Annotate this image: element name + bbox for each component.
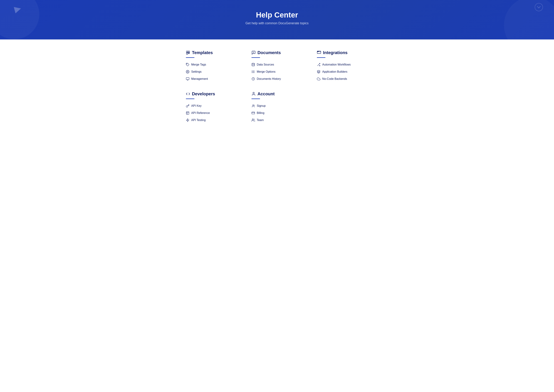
svg-point-17 (252, 72, 252, 72)
person-icon (252, 92, 256, 96)
hero-subtitle: Get help with common DocuGenerate topics (245, 21, 309, 25)
category-documents-divider (252, 57, 260, 58)
svg-rect-35 (252, 112, 255, 114)
category-developers: Developers API Key API Reference (186, 91, 237, 122)
svg-rect-7 (186, 78, 189, 80)
svg-line-25 (319, 65, 320, 66)
item-merge-options[interactable]: Merge Options (252, 70, 303, 74)
settings-icon (186, 70, 189, 74)
category-integrations-header: Integrations (317, 50, 368, 55)
shuffle-icon (317, 63, 320, 66)
svg-point-5 (187, 64, 187, 64)
svg-point-6 (187, 71, 188, 72)
tag-icon (186, 63, 189, 66)
svg-point-0 (535, 3, 543, 11)
category-documents: Documents Data Sources (252, 50, 303, 81)
billing-icon (252, 111, 255, 115)
integrations-icon (317, 50, 321, 55)
category-templates-items: Merge Tags Settings Management (186, 63, 237, 81)
category-documents-items: Data Sources Merge Options (252, 63, 303, 81)
svg-rect-3 (186, 53, 188, 54)
hero-decoration-right (534, 3, 543, 13)
hero-section: ▶ Help Center Get help with common DocuG… (0, 0, 554, 39)
category-account-items: Signup Billing Team (252, 104, 303, 122)
category-empty (317, 91, 368, 122)
clock-icon (252, 77, 255, 81)
item-api-testing[interactable]: API Testing (186, 118, 237, 122)
hero-decoration-left: ▶ (13, 3, 22, 14)
svg-point-31 (253, 92, 254, 94)
category-account-divider (252, 98, 260, 99)
code-icon (186, 92, 190, 96)
category-integrations: Integrations Automation Workflows (317, 50, 368, 81)
svg-point-23 (318, 51, 319, 52)
database-icon (252, 63, 255, 66)
layers-icon (317, 70, 320, 74)
item-merge-tags[interactable]: Merge Tags (186, 63, 237, 66)
svg-marker-26 (317, 70, 320, 72)
signup-icon (252, 104, 255, 108)
svg-point-22 (318, 51, 318, 52)
management-icon (186, 77, 189, 81)
category-account-header: Account (252, 91, 303, 96)
category-integrations-items: Automation Workflows Application Builder… (317, 63, 368, 81)
category-documents-header: Documents (252, 50, 303, 55)
templates-icon (186, 50, 190, 55)
category-templates-divider (186, 57, 194, 58)
category-developers-title: Developers (192, 91, 215, 96)
top-categories: Templates Merge Tags Settings (186, 50, 368, 81)
svg-rect-27 (186, 112, 189, 114)
item-application-builders[interactable]: Application Builders (317, 70, 368, 74)
cloud-icon (317, 77, 320, 81)
category-developers-items: API Key API Reference API Testing (186, 104, 237, 122)
category-account-title: Account (258, 91, 275, 96)
item-settings[interactable]: Settings (186, 70, 237, 74)
bottom-categories: Developers API Key API Reference (186, 91, 368, 122)
svg-rect-1 (186, 51, 188, 52)
item-documents-history[interactable]: Documents History (252, 77, 303, 81)
item-management[interactable]: Management (186, 77, 237, 81)
key-icon (186, 104, 189, 108)
item-automation-workflows[interactable]: Automation Workflows (317, 63, 368, 66)
category-documents-title: Documents (258, 50, 281, 55)
svg-point-16 (252, 71, 252, 71)
category-templates-title: Templates (192, 50, 213, 55)
api-reference-icon (186, 111, 189, 115)
category-integrations-divider (317, 57, 325, 58)
svg-point-32 (252, 105, 254, 106)
category-integrations-title: Integrations (323, 50, 347, 55)
category-developers-divider (186, 98, 194, 99)
category-developers-header: Developers (186, 91, 237, 96)
documents-icon (252, 50, 256, 55)
svg-rect-4 (188, 53, 190, 54)
item-signup[interactable]: Signup (252, 104, 303, 108)
svg-point-18 (252, 72, 252, 73)
item-billing[interactable]: Billing (252, 111, 303, 115)
item-team[interactable]: Team (252, 118, 303, 122)
item-no-code-backends[interactable]: No-Code Backends (317, 77, 368, 81)
category-account: Account Signup (252, 91, 303, 122)
zap-icon (186, 118, 189, 122)
svg-point-37 (252, 119, 253, 120)
item-data-sources[interactable]: Data Sources (252, 63, 303, 66)
main-content: Templates Merge Tags Settings (179, 39, 375, 136)
list-icon (252, 70, 255, 74)
category-templates: Templates Merge Tags Settings (186, 50, 237, 81)
svg-point-12 (252, 63, 254, 64)
svg-marker-30 (186, 119, 189, 122)
hero-title: Help Center (256, 11, 298, 19)
item-api-key[interactable]: API Key (186, 104, 237, 108)
svg-rect-2 (188, 51, 190, 52)
team-icon (252, 118, 255, 122)
category-templates-header: Templates (186, 50, 237, 55)
item-api-reference[interactable]: API Reference (186, 111, 237, 115)
